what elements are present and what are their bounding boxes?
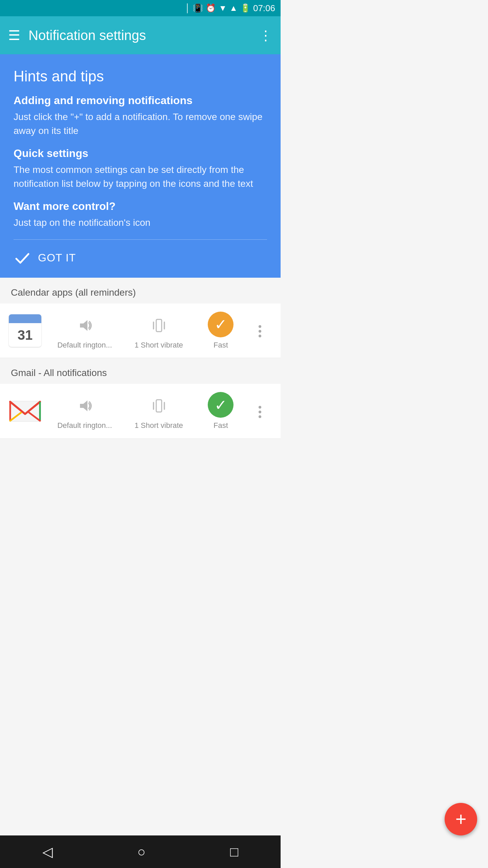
- more-icon[interactable]: ⋮: [259, 27, 272, 43]
- gmail-more-dots[interactable]: [259, 406, 261, 430]
- got-it-label: GOT IT: [38, 252, 76, 264]
- gmail-fast-label: Fast: [214, 421, 228, 430]
- sound-icon: [77, 317, 93, 337]
- bluetooth-icon: │: [185, 3, 190, 13]
- hints-divider: [14, 239, 267, 240]
- svg-marker-8: [80, 400, 87, 411]
- alarm-icon: ⏰: [206, 3, 216, 13]
- calendar-fast-control[interactable]: ✓ Fast: [205, 312, 236, 350]
- calendar-app-icon[interactable]: 31: [8, 314, 42, 348]
- gmail-vibrate-label: 1 Short vibrate: [135, 421, 183, 430]
- hints-section-adding-title: Adding and removing notifications: [14, 94, 267, 107]
- status-time: 07:06: [253, 3, 275, 14]
- menu-icon[interactable]: ☰: [8, 27, 20, 43]
- gmail-vibrate-control[interactable]: 1 Short vibrate: [135, 398, 183, 430]
- gmail-sound-label: Default rington...: [57, 421, 112, 430]
- calendar-vibrate-label: 1 Short vibrate: [135, 341, 183, 350]
- got-it-check-icon: [14, 249, 31, 267]
- gmail-check-icon: ✓: [215, 396, 227, 414]
- toolbar: ☰ Notification settings ⋮: [0, 16, 281, 54]
- calendar-header-bar: [9, 314, 41, 323]
- vibrate-icon: 📳: [193, 3, 203, 13]
- dot-3: [259, 335, 261, 337]
- gmail-controls: Default rington... 1 Short vibrate ✓ Fas…: [42, 392, 272, 430]
- gmail-app-row: Default rington... 1 Short vibrate ✓ Fas…: [0, 384, 281, 438]
- gmail-vibrate-icon: [151, 398, 167, 418]
- calendar-fast-check: ✓: [208, 312, 233, 337]
- calendar-sound-label: Default rington...: [57, 341, 112, 350]
- wifi-icon: ▼: [219, 3, 227, 13]
- gmail-app-icon[interactable]: [8, 394, 42, 428]
- calendar-fast-label: Fast: [214, 341, 228, 350]
- got-it-button[interactable]: GOT IT: [14, 249, 267, 267]
- vibrate-icon: [151, 317, 167, 337]
- hints-section-control-body: Just tap on the notification's icon: [14, 216, 267, 230]
- hints-section-control-title: Want more control?: [14, 200, 267, 213]
- status-bar: │ 📳 ⏰ ▼ ▲ 🔋 07:06: [0, 0, 281, 16]
- calendar-more-dots[interactable]: [259, 325, 261, 350]
- gmail-sound-control[interactable]: Default rington...: [57, 398, 112, 430]
- battery-icon: 🔋: [240, 3, 250, 13]
- hints-section-adding-body: Just click the "+" to add a notification…: [14, 110, 267, 138]
- calendar-day-number: 31: [9, 323, 41, 347]
- gmail-fast-control[interactable]: ✓ Fast: [205, 392, 236, 430]
- calendar-sound-control[interactable]: Default rington...: [57, 317, 112, 350]
- status-bar-right: │ 📳 ⏰ ▼ ▲ 🔋 07:06: [185, 3, 275, 14]
- hints-card: Hints and tips Adding and removing notif…: [0, 54, 281, 278]
- svg-marker-0: [80, 320, 87, 331]
- hints-section-quick-title: Quick settings: [14, 147, 267, 160]
- hints-section-quick-body: The most common settings can be set dire…: [14, 163, 267, 191]
- svg-rect-9: [156, 400, 162, 412]
- gmail-dot-3: [259, 415, 261, 418]
- gmail-sound-icon: [77, 398, 93, 418]
- calendar-vibrate-control[interactable]: 1 Short vibrate: [135, 317, 183, 350]
- calendar-controls: Default rington... 1 Short vibrate ✓ Fas…: [42, 312, 272, 350]
- svg-rect-1: [156, 319, 162, 332]
- hints-title: Hints and tips: [14, 68, 267, 85]
- page-title: Notification settings: [28, 28, 259, 43]
- gmail-fast-check: ✓: [208, 392, 233, 418]
- dot-1: [259, 325, 261, 328]
- calendar-app-row: 31 Default rington...: [0, 303, 281, 358]
- gmail-dot-2: [259, 411, 261, 413]
- dot-2: [259, 330, 261, 333]
- gmail-dot-1: [259, 406, 261, 409]
- signal-icon: ▲: [229, 3, 238, 13]
- gmail-section-header: Gmail - All notifications: [0, 358, 281, 384]
- calendar-section-header: Calendar apps (all reminders): [0, 278, 281, 303]
- gmail-icon-svg: [9, 398, 41, 424]
- calendar-check-icon: ✓: [215, 316, 227, 333]
